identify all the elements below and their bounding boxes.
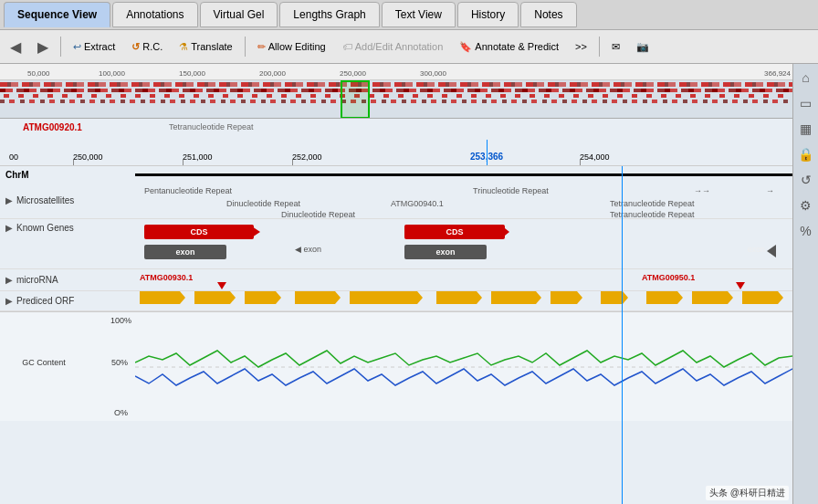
ruler-150k: 150,000 bbox=[179, 69, 205, 78]
toolbar: ◀ ▶ ↩ Extract ↺ R.C. ⚗ Translate ✏ Allow… bbox=[0, 30, 818, 64]
mail-button[interactable]: ✉ bbox=[605, 38, 626, 56]
tab-bar: Sequence View Annotations Virtual Gel Le… bbox=[0, 0, 818, 30]
orf-6 bbox=[436, 291, 482, 304]
content-area: 50,000 100,000 150,000 200,000 250,000 3… bbox=[0, 64, 792, 504]
annotate-button[interactable]: 🔖 Annotate & Predict bbox=[453, 38, 565, 56]
overview-sequence[interactable] bbox=[0, 80, 792, 119]
pencil-icon: ✏ bbox=[257, 41, 266, 53]
dinu-repeat1: Dinucleotide Repeat bbox=[226, 199, 300, 208]
exon-gene-1[interactable]: exon bbox=[144, 245, 226, 259]
orf-11 bbox=[692, 291, 733, 304]
exon-right-arrow bbox=[767, 245, 776, 257]
ruler-249: 00 bbox=[9, 152, 18, 162]
tri-arrow: → bbox=[766, 186, 774, 195]
orf-2 bbox=[194, 291, 236, 304]
tag-icon: 🏷 bbox=[342, 41, 352, 52]
tick-252k bbox=[292, 160, 293, 165]
tab-annotations[interactable]: Annotations bbox=[112, 2, 197, 27]
tri-repeat-label: Trinucleotide Repeat bbox=[473, 186, 549, 195]
orf-toggle[interactable]: ▶ bbox=[5, 296, 13, 306]
exon-back-arrow: ◀ exon bbox=[295, 245, 321, 254]
camera-icon: 📷 bbox=[636, 41, 649, 53]
orf-4 bbox=[295, 291, 341, 304]
overview-bar[interactable]: 50,000 100,000 150,000 200,000 250,000 3… bbox=[0, 64, 792, 119]
forward-button[interactable]: ▶ bbox=[31, 36, 55, 58]
gc-green-line bbox=[135, 351, 792, 367]
ruler-254k: 254,000 bbox=[580, 152, 610, 162]
orf-12 bbox=[742, 291, 783, 304]
atm930-label: ATMG00930.1 bbox=[140, 273, 193, 282]
gc-content-track: 100% GC Content 50% O% bbox=[0, 311, 792, 421]
add-edit-button[interactable]: 🏷 Add/Edit Annotation bbox=[336, 38, 450, 55]
rc-icon: ↺ bbox=[131, 41, 140, 53]
tick-251k bbox=[183, 160, 184, 165]
home-icon-btn[interactable]: ⌂ bbox=[796, 68, 816, 88]
allow-editing-button[interactable]: ✏ Allow Editing bbox=[251, 38, 332, 56]
microsatellites-content: Pentanucleotide Repeat →→ Trinucleotide … bbox=[135, 183, 792, 218]
tab-virtual-gel[interactable]: Virtual Gel bbox=[200, 2, 278, 27]
ruler-end: 366,924 bbox=[764, 69, 791, 78]
translate-icon: ⚗ bbox=[179, 41, 188, 53]
cds-gene-1[interactable]: CDS bbox=[144, 225, 254, 239]
gear-icon-btn[interactable]: ⚙ bbox=[796, 195, 816, 215]
chrm-row: ChrM bbox=[0, 166, 792, 183]
mirna-toggle[interactable]: ▶ bbox=[5, 275, 13, 285]
ruler-50k: 50,000 bbox=[27, 69, 49, 78]
camera-button[interactable]: 📷 bbox=[630, 38, 655, 56]
known-genes-label: ▶ Known Genes bbox=[0, 219, 135, 233]
atm930-triangle bbox=[217, 282, 226, 289]
known-genes-toggle[interactable]: ▶ bbox=[5, 223, 13, 233]
cds-gene-2[interactable]: CDS bbox=[404, 225, 505, 239]
gc-0-label: O% bbox=[114, 408, 131, 417]
gc-chart bbox=[135, 312, 792, 421]
mirna-label-track: ▶ microRNA bbox=[0, 275, 135, 285]
tab-history[interactable]: History bbox=[457, 2, 519, 27]
gc-100-label: 100% bbox=[3, 316, 135, 325]
tab-notes[interactable]: Notes bbox=[520, 2, 576, 27]
overview-ruler: 50,000 100,000 150,000 200,000 250,000 3… bbox=[0, 64, 792, 80]
back-button[interactable]: ◀ bbox=[4, 36, 27, 58]
view-highlight bbox=[341, 80, 370, 119]
chrm-label: ChrM bbox=[0, 170, 135, 180]
microsatellites-toggle[interactable]: ▶ bbox=[5, 195, 13, 205]
watermark: 头条 @科研日精进 bbox=[706, 486, 789, 500]
orf-5 bbox=[350, 291, 423, 304]
ruler-252k: 252,000 bbox=[292, 152, 322, 162]
ruler-250k: 250,000 bbox=[340, 69, 366, 78]
orf-content bbox=[135, 291, 792, 310]
monitor-icon-btn[interactable]: ▭ bbox=[796, 93, 816, 113]
dinu-repeat2: Dinucleotide Repeat bbox=[281, 210, 355, 218]
microsatellites-track: ▶ Microsatellites Pentanucleotide Repeat… bbox=[0, 183, 792, 219]
microsatellites-label: ▶ Microsatellites bbox=[0, 195, 135, 205]
position-line bbox=[487, 140, 488, 165]
gene-label-atm920: ATMG00920.1 bbox=[23, 122, 82, 132]
cds2-arrowhead bbox=[500, 225, 509, 239]
orf-9 bbox=[601, 291, 628, 304]
refresh-icon-btn[interactable]: ↺ bbox=[796, 170, 816, 190]
orf-3 bbox=[245, 291, 281, 304]
penta-arrow: →→ bbox=[694, 186, 710, 195]
rc-button[interactable]: ↺ R.C. bbox=[125, 38, 169, 56]
tick-254k bbox=[580, 160, 581, 165]
tab-text-view[interactable]: Text View bbox=[382, 2, 456, 27]
lock-icon-btn[interactable]: 🔒 bbox=[796, 144, 816, 164]
tab-lengths-graph[interactable]: Lengths Graph bbox=[279, 2, 379, 27]
ruler-200k: 200,000 bbox=[259, 69, 286, 78]
exon-gene-3[interactable]: exon bbox=[404, 245, 487, 259]
chart-icon-btn[interactable]: ▦ bbox=[796, 119, 816, 139]
translate-button[interactable]: ⚗ Translate bbox=[173, 38, 238, 56]
ruler-251k: 251,000 bbox=[183, 152, 213, 162]
atm940-label: ATMG00940.1 bbox=[391, 199, 444, 208]
extract-button[interactable]: ↩ Extract bbox=[67, 38, 121, 56]
gc-svg bbox=[135, 312, 792, 422]
tab-sequence-view[interactable]: Sequence View bbox=[4, 2, 110, 27]
gc-50-label: 50% bbox=[111, 358, 131, 367]
exon-right-label: exon bbox=[747, 245, 765, 254]
atm950-triangle bbox=[736, 282, 745, 289]
mirna-content: ATMG00930.1 ATMG00950.1 bbox=[135, 269, 792, 290]
percent-icon-btn[interactable]: % bbox=[796, 221, 816, 241]
more-button[interactable]: >> bbox=[569, 38, 593, 55]
orf-label: ▶ Prediced ORF bbox=[0, 296, 135, 306]
chrm-line bbox=[135, 173, 792, 176]
orf-8 bbox=[551, 291, 582, 304]
